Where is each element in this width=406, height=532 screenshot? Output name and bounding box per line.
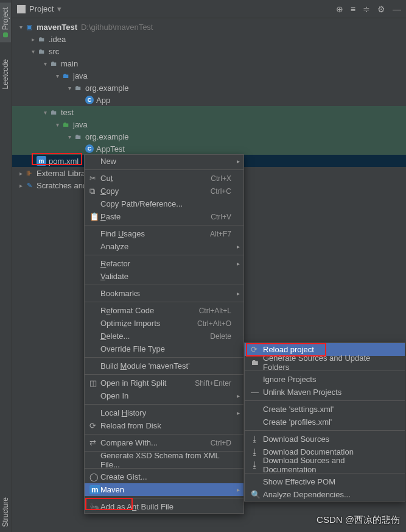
scratch-icon: ✎ bbox=[24, 180, 34, 190]
gear-icon[interactable]: ⚙ bbox=[377, 4, 385, 14]
menu-separator bbox=[245, 400, 405, 401]
menu-reformat[interactable]: Reformat CodeCtrl+Alt+L bbox=[85, 304, 243, 317]
menu-create-gist[interactable]: ◯Create Gist... bbox=[85, 470, 243, 483]
chevron-down-icon[interactable]: ▾ bbox=[29, 48, 37, 55]
tree-label: mavenTest bbox=[37, 23, 77, 32]
tree-label: External Libraries bbox=[37, 169, 85, 178]
menu-find-usages[interactable]: Find UsagesAlt+F7 bbox=[85, 227, 243, 240]
compare-icon: ⇄ bbox=[89, 438, 100, 447]
submenu-create-profiles[interactable]: Create 'profiles.xml' bbox=[245, 416, 405, 428]
menu-maven[interactable]: mMaven▸ bbox=[85, 483, 243, 496]
menu-label: Reload from Disk bbox=[100, 421, 231, 430]
tree-app[interactable]: C App bbox=[12, 94, 406, 106]
tree-src[interactable]: ▾ 🖿 src bbox=[12, 45, 406, 57]
download-icon: ⭳ bbox=[251, 434, 263, 444]
menu-validate[interactable]: Validate bbox=[85, 270, 243, 283]
tree-label: java bbox=[73, 120, 88, 129]
menu-local-history[interactable]: Local History▸ bbox=[85, 406, 243, 419]
tree-pkg-main[interactable]: ▾ 🖿 org.example bbox=[12, 82, 406, 94]
tree-java-main[interactable]: ▾ 🖿 java bbox=[12, 69, 406, 82]
left-tab-structure[interactable]: Structure bbox=[0, 492, 11, 532]
chevron-down-icon[interactable]: ▾ bbox=[66, 85, 73, 91]
menu-separator bbox=[85, 285, 243, 285]
menu-override-ft[interactable]: Override File Type bbox=[85, 342, 243, 355]
menu-analyze[interactable]: Analyze▸ bbox=[85, 240, 243, 253]
submenu-create-settings[interactable]: Create 'settings.xml' bbox=[245, 403, 405, 416]
chevron-right-icon: ▸ bbox=[237, 260, 240, 267]
chevron-down-icon[interactable]: ▾ bbox=[17, 24, 24, 30]
chevron-down-icon[interactable]: ▾ bbox=[41, 60, 49, 67]
menu-delete[interactable]: Delete...Delete bbox=[85, 330, 243, 342]
menu-open-in[interactable]: Open In▸ bbox=[85, 389, 243, 402]
github-icon: ◯ bbox=[89, 472, 100, 481]
menu-add-ant[interactable]: 🐜Add as Ant Build File bbox=[85, 500, 243, 513]
submenu-show-pom[interactable]: Show Effective POM bbox=[245, 475, 405, 488]
tree-root[interactable]: ▾ ▣ mavenTest D:\github\mavenTest bbox=[12, 21, 406, 33]
menu-label: Optimize Imports bbox=[100, 319, 197, 328]
menu-copy-path[interactable]: Copy Path/Reference... bbox=[85, 197, 243, 210]
menu-separator bbox=[85, 498, 243, 498]
chevron-down-icon[interactable]: ▾ bbox=[54, 121, 61, 128]
menu-copy[interactable]: ⧉CopyCtrl+C bbox=[85, 185, 243, 197]
chevron-down-icon[interactable]: ▾ bbox=[41, 109, 49, 116]
test-folder-icon: 🖿 bbox=[61, 119, 71, 129]
chevron-right-icon[interactable]: ▸ bbox=[17, 170, 24, 177]
collapse-icon[interactable]: ≑ bbox=[363, 4, 370, 14]
dropdown-icon[interactable]: ▾ bbox=[57, 4, 61, 13]
target-icon[interactable]: ⊕ bbox=[336, 4, 343, 14]
submenu-dl-both[interactable]: ⭳Download Sources and Documentation bbox=[245, 458, 405, 471]
chevron-right-icon[interactable]: ▸ bbox=[29, 36, 37, 43]
left-tab-label: Project bbox=[1, 7, 10, 30]
tree-apptest[interactable]: C AppTest bbox=[12, 143, 406, 155]
topbar-title[interactable]: Project bbox=[29, 4, 54, 13]
tree-test[interactable]: ▾ 🖿 test bbox=[12, 106, 406, 118]
chevron-down-icon[interactable]: ▾ bbox=[54, 73, 61, 79]
submenu-dl-sources[interactable]: ⭳Download Sources bbox=[245, 433, 405, 445]
menu-build-module[interactable]: Build Module 'mavenTest' bbox=[85, 360, 243, 372]
menu-open-split[interactable]: ◫Open in Right SplitShift+Enter bbox=[85, 377, 243, 389]
menu-separator bbox=[85, 255, 243, 255]
menu-compare[interactable]: ⇄Compare With...Ctrl+D bbox=[85, 436, 243, 449]
menu-paste[interactable]: 📋PasteCtrl+V bbox=[85, 210, 243, 223]
expand-icon[interactable]: ≡ bbox=[351, 4, 355, 14]
menu-label: Refactor bbox=[100, 259, 231, 268]
submenu-analyze-deps[interactable]: 🔍Analyze Dependencies... bbox=[245, 488, 405, 501]
tree-idea[interactable]: ▸ 🖿 .idea bbox=[12, 33, 406, 45]
tree-main[interactable]: ▾ 🖿 main bbox=[12, 57, 406, 69]
menu-refactor[interactable]: Refactor▸ bbox=[85, 257, 243, 270]
menu-shortcut: Ctrl+X bbox=[211, 174, 231, 183]
tree-java-test[interactable]: ▾ 🖿 java bbox=[12, 118, 406, 130]
menu-label: Create Gist... bbox=[100, 472, 231, 481]
tree-label: src bbox=[49, 47, 59, 56]
menu-label: Generate XSD Schema from XML File... bbox=[100, 451, 231, 469]
chevron-down-icon[interactable]: ▾ bbox=[66, 133, 73, 140]
menu-label: Compare With... bbox=[100, 438, 211, 447]
reload-icon: ⟳ bbox=[251, 345, 263, 354]
tree-label: main bbox=[61, 59, 78, 68]
maven-icon: m bbox=[89, 485, 100, 494]
menu-separator bbox=[245, 430, 405, 431]
left-tab-project[interactable]: Project bbox=[0, 2, 11, 42]
menu-optimize[interactable]: Optimize ImportsCtrl+Alt+O bbox=[85, 317, 243, 330]
menu-gen-xsd[interactable]: Generate XSD Schema from XML File... bbox=[85, 453, 243, 466]
menu-label: Delete... bbox=[100, 332, 210, 341]
menu-bookmarks[interactable]: Bookmarks▸ bbox=[85, 287, 243, 300]
left-tab-leetcode[interactable]: Leetcode bbox=[0, 54, 11, 94]
menu-reload-disk[interactable]: ⟳Reload from Disk bbox=[85, 419, 243, 432]
tree-label: .idea bbox=[49, 35, 66, 44]
chevron-right-icon[interactable]: ▸ bbox=[17, 182, 24, 189]
minimize-icon[interactable]: — bbox=[393, 4, 401, 14]
submenu-unlink[interactable]: —Unlink Maven Projects bbox=[245, 386, 405, 399]
menu-label: Show Effective POM bbox=[263, 477, 393, 486]
submenu-gen-sources[interactable]: 🖿Generate Sources and Update Folders bbox=[245, 356, 405, 369]
folder-icon: 🖿 bbox=[49, 107, 58, 117]
menu-label: Create 'settings.xml' bbox=[263, 405, 393, 414]
menu-shortcut: Alt+F7 bbox=[210, 230, 231, 238]
menu-shortcut: Ctrl+C bbox=[211, 187, 231, 196]
submenu-ignore[interactable]: Ignore Projects bbox=[245, 373, 405, 386]
tree-pkg-test[interactable]: ▾ 🖿 org.example bbox=[12, 130, 406, 143]
menu-separator bbox=[85, 434, 243, 434]
menu-cut[interactable]: ✂CutCtrl+X bbox=[85, 172, 243, 185]
menu-new[interactable]: New▸ bbox=[85, 155, 243, 168]
module-icon: ▣ bbox=[24, 22, 34, 32]
